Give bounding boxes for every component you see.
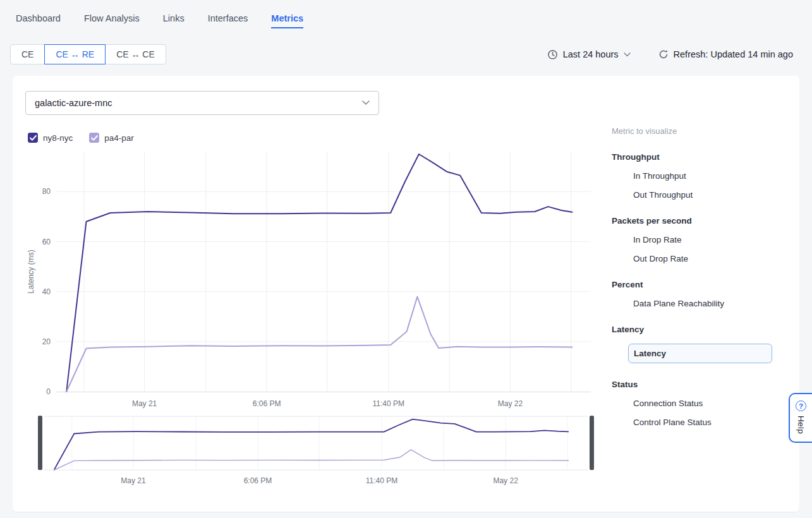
- metric-item-in-drop-rate[interactable]: In Drop Rate: [633, 235, 682, 244]
- metrics-card: galactic-azure-mnc ny8-nyc pa4-par 02040…: [13, 76, 799, 512]
- metric-item-out-throughput[interactable]: Out Throughput: [633, 190, 693, 200]
- refresh-button[interactable]: Refresh: Updated 14 min ago: [658, 49, 793, 59]
- svg-text:May 21: May 21: [132, 399, 157, 408]
- metric-group-label: Latency: [612, 325, 799, 334]
- svg-text:40: 40: [42, 287, 51, 296]
- series-line-ny8-nyc: [66, 154, 572, 392]
- svg-text:0: 0: [46, 387, 51, 396]
- svg-text:Latency (ms): Latency (ms): [27, 250, 35, 293]
- refresh-icon: [658, 49, 669, 59]
- time-range-selector[interactable]: Last 24 hours: [547, 49, 631, 60]
- metric-item-control-plane-status[interactable]: Control Plane Status: [633, 418, 712, 427]
- chevron-down-icon: [362, 100, 370, 105]
- latency-line-chart: 020406080May 216:06 PM11:40 PMMay 22Late…: [25, 148, 594, 408]
- clock-icon: [547, 49, 558, 60]
- series-legend: ny8-nyc pa4-par: [28, 133, 612, 143]
- svg-text:May 22: May 22: [493, 476, 518, 485]
- series-line-pa4-par: [66, 297, 572, 392]
- svg-text:6:06 PM: 6:06 PM: [244, 476, 272, 485]
- legend-label: ny8-nyc: [43, 133, 73, 143]
- metric-item-latency[interactable]: Latency: [628, 344, 772, 363]
- time-range-label: Last 24 hours: [563, 49, 619, 59]
- svg-text:6:06 PM: 6:06 PM: [253, 399, 281, 408]
- brush-series-line-ny8-nyc: [54, 419, 569, 470]
- metric-group-packets: Packets per second In Drop Rate Out Drop…: [612, 216, 799, 263]
- device-select-value: galactic-azure-mnc: [35, 98, 112, 108]
- metric-group-latency: Latency Latency: [612, 325, 799, 363]
- metric-group-status: Status Connection Status Control Plane S…: [612, 380, 799, 427]
- svg-text:20: 20: [42, 337, 51, 346]
- brush-handle-left[interactable]: [38, 416, 42, 470]
- metric-item-out-drop-rate[interactable]: Out Drop Rate: [633, 254, 688, 263]
- tab-dashboard[interactable]: Dashboard: [16, 13, 61, 28]
- brush-series-line-pa4-par: [54, 450, 569, 470]
- device-select[interactable]: galactic-azure-mnc: [25, 91, 379, 115]
- brush-handle-right[interactable]: [590, 416, 594, 470]
- metric-group-label: Percent: [612, 280, 799, 289]
- metric-item-in-throughput[interactable]: In Throughput: [633, 171, 686, 181]
- metric-group-percent: Percent Data Plane Reachability: [612, 280, 799, 308]
- svg-text:60: 60: [42, 238, 51, 246]
- tab-flow-analysis[interactable]: Flow Analysis: [84, 13, 140, 28]
- legend-label: pa4-par: [104, 133, 134, 143]
- metric-group-throughput: Throughput In Throughput Out Throughput: [612, 152, 799, 200]
- checkbox-checked-icon[interactable]: [89, 133, 99, 143]
- checkbox-checked-icon[interactable]: [28, 133, 38, 143]
- top-nav: Dashboard Flow Analysis Links Interfaces…: [0, 0, 812, 28]
- segment-ce-ce[interactable]: CE ↔ CE: [105, 44, 166, 64]
- segment-ce-re[interactable]: CE ↔ RE: [44, 44, 106, 64]
- legend-item-pa4-par[interactable]: pa4-par: [89, 133, 134, 143]
- svg-text:11:40 PM: 11:40 PM: [366, 476, 397, 485]
- legend-item-ny8-nyc[interactable]: ny8-nyc: [28, 133, 73, 143]
- metric-panel-title: Metric to visualize: [612, 126, 799, 136]
- controls-row: CE CE ↔ RE CE ↔ CE Last 24 hours Refresh…: [10, 44, 793, 64]
- chart-column: galactic-azure-mnc ny8-nyc pa4-par 02040…: [13, 76, 612, 512]
- time-brush-chart[interactable]: May 216:06 PM11:40 PMMay 22: [38, 416, 594, 488]
- svg-text:May 22: May 22: [498, 399, 523, 408]
- metric-item-connection-status[interactable]: Connection Status: [633, 399, 703, 408]
- metric-panel: Metric to visualize Throughput In Throug…: [612, 76, 799, 512]
- svg-text:11:40 PM: 11:40 PM: [373, 399, 404, 408]
- tab-interfaces[interactable]: Interfaces: [208, 13, 248, 28]
- metric-item-data-plane-reachability[interactable]: Data Plane Reachability: [633, 299, 724, 308]
- help-button[interactable]: ? Help: [789, 393, 812, 443]
- chevron-down-icon: [624, 52, 631, 57]
- svg-text:May 21: May 21: [121, 476, 146, 485]
- help-label: Help: [796, 416, 806, 434]
- segment-ce[interactable]: CE: [10, 44, 45, 64]
- help-question-icon: ?: [796, 401, 806, 411]
- svg-text:80: 80: [42, 187, 51, 196]
- metric-group-label: Packets per second: [612, 216, 799, 226]
- tab-links[interactable]: Links: [163, 13, 185, 28]
- refresh-label: Refresh: Updated 14 min ago: [674, 49, 793, 59]
- metric-group-label: Status: [612, 380, 799, 389]
- tab-metrics[interactable]: Metrics: [271, 13, 303, 28]
- metric-group-label: Throughput: [612, 152, 799, 162]
- ce-segment-group: CE CE ↔ RE CE ↔ CE: [10, 44, 166, 64]
